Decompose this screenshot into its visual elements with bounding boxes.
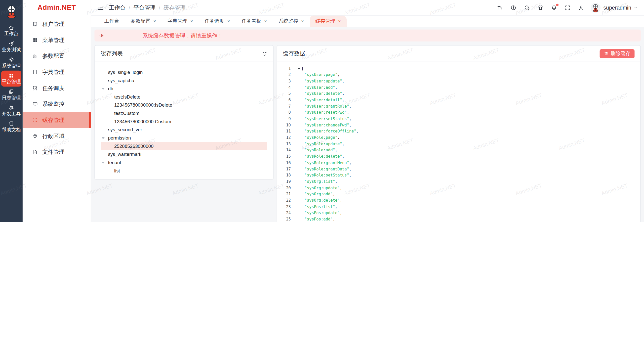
- json-string: "sysRole:update": [305, 142, 342, 146]
- line-number: 1: [277, 66, 291, 71]
- rail-item-notebook[interactable]: 帮助文档: [1, 119, 21, 135]
- rail-item-gear[interactable]: 系统管理: [1, 55, 21, 71]
- search-icon[interactable]: [524, 4, 530, 11]
- menu-fold-icon[interactable]: [97, 4, 104, 11]
- user-menu[interactable]: superadmin: [591, 3, 638, 13]
- tree-node[interactable]: db: [101, 84, 267, 93]
- json-comma: ,: [333, 192, 335, 196]
- close-icon[interactable]: ×: [264, 19, 267, 24]
- tree-node-label: 123456780000000:IsDelete: [114, 103, 172, 108]
- json-line: 7"sysUser:grantRole",: [277, 103, 640, 109]
- tab-任务看板[interactable]: 任务看板×: [236, 16, 273, 27]
- json-string: "sysOrg:list": [305, 179, 335, 184]
- sidebar-item-building[interactable]: 租户管理: [23, 16, 91, 32]
- alert-text: 系统缓存数据管理，请慎重操作！: [143, 32, 223, 39]
- avatar: [591, 3, 600, 13]
- tab-任务调度[interactable]: 任务调度×: [199, 16, 236, 27]
- json-string: "sysUser:resetPwd": [305, 110, 347, 115]
- json-string: "sysPos:update": [305, 210, 340, 215]
- rail-item-chip[interactable]: 开发工具: [1, 103, 21, 119]
- tree-node[interactable]: sys_captcha: [101, 76, 267, 85]
- chevron-down-icon: [633, 5, 638, 10]
- sidebar-item-dictionary[interactable]: 字典管理: [23, 64, 91, 80]
- tab-工作台[interactable]: 工作台: [99, 16, 125, 27]
- json-line: 17"sysRole:grantData",: [277, 166, 640, 172]
- rail-item-grid[interactable]: 平台管理: [1, 71, 21, 87]
- caret-slot[interactable]: [101, 88, 108, 90]
- tab-字典管理[interactable]: 字典管理×: [162, 16, 199, 27]
- close-icon[interactable]: ×: [190, 19, 193, 24]
- line-number: 7: [277, 104, 291, 108]
- notification-bell-icon[interactable]: [551, 4, 557, 11]
- sidebar-item-file[interactable]: 文件管理: [23, 144, 91, 160]
- tree-node[interactable]: tenant: [101, 158, 267, 167]
- caret-slot[interactable]: [101, 137, 108, 139]
- sidebar-item-monitor[interactable]: 系统监控: [23, 96, 91, 112]
- caret-slot[interactable]: [101, 161, 108, 163]
- json-line: 6"sysUser:detail",: [277, 97, 640, 103]
- tab-bar: 工作台参数配置×字典管理×任务调度×任务看板×系统监控×缓存管理×: [91, 16, 644, 27]
- json-line: 18"sysRole:setStatus",: [277, 172, 640, 178]
- tree-node[interactable]: test:Custom: [101, 109, 267, 117]
- user-icon[interactable]: [578, 4, 584, 11]
- close-icon[interactable]: ×: [338, 19, 341, 24]
- rail-item-label: 开发工具: [2, 111, 21, 116]
- sidebar-item-label: 字典管理: [42, 68, 64, 76]
- line-number: 3: [277, 79, 291, 83]
- close-icon[interactable]: ×: [153, 19, 156, 24]
- close-icon[interactable]: ×: [227, 19, 230, 24]
- sidebar-item-menu-grid[interactable]: 菜单管理: [23, 32, 91, 48]
- rail-item-copy-docs[interactable]: 日志管理: [1, 86, 21, 103]
- fullscreen-icon[interactable]: [564, 4, 571, 11]
- breadcrumb-item[interactable]: 平台管理: [133, 4, 155, 11]
- discover-icon[interactable]: [510, 4, 517, 11]
- theme-skin-icon[interactable]: [537, 4, 544, 11]
- tree-node[interactable]: 123456780000000:Custom: [101, 117, 267, 126]
- sidebar-item-loading[interactable]: 缓存管理: [23, 112, 91, 128]
- tree-node[interactable]: sys_second_ver: [101, 126, 267, 134]
- json-comma: ,: [342, 98, 344, 102]
- json-comma: ,: [340, 186, 342, 190]
- tab-label: 系统监控: [278, 18, 298, 25]
- collapse-caret-icon[interactable]: [298, 68, 300, 69]
- tree-node[interactable]: test:IsDelete: [101, 93, 267, 101]
- json-comma: ,: [342, 154, 344, 159]
- json-string: "sysUser:add": [305, 85, 335, 89]
- tree-node[interactable]: 123456780000000:IsDelete: [101, 101, 267, 109]
- tree-node[interactable]: list: [101, 167, 267, 175]
- tree-node[interactable]: sys_wartermark: [101, 150, 267, 159]
- json-comma: ,: [340, 210, 342, 215]
- tree-node[interactable]: permission: [101, 134, 267, 142]
- close-icon[interactable]: ×: [301, 19, 304, 24]
- notebook-icon: [8, 121, 14, 127]
- speaker-icon: [99, 32, 105, 38]
- delete-cache-button[interactable]: 删除缓存: [600, 49, 635, 58]
- sidebar-item-map-pin[interactable]: 行政区域: [23, 128, 91, 144]
- tab-缓存管理[interactable]: 缓存管理×: [310, 16, 347, 27]
- json-line: 24"sysPos:update",: [277, 210, 640, 216]
- json-viewer[interactable]: 1[2"sysUser:page",3"sysUser:update",4"sy…: [277, 62, 640, 222]
- refresh-icon[interactable]: [262, 51, 267, 57]
- rail-item-home[interactable]: 工作台: [1, 23, 21, 39]
- tree-node[interactable]: 252885263000000: [101, 142, 267, 150]
- font-size-icon[interactable]: [497, 4, 503, 11]
- line-number: 16: [277, 160, 291, 165]
- sidebar-item-alarm-clock[interactable]: 任务调度: [23, 80, 91, 96]
- cache-tree[interactable]: sys_single_loginsys_captchadbtest:IsDele…: [95, 62, 273, 175]
- breadcrumb-item[interactable]: 工作台: [109, 4, 126, 11]
- sidebar-item-params[interactable]: 参数配置: [23, 48, 91, 64]
- json-comma: ,: [349, 104, 351, 108]
- json-comma: ,: [340, 198, 342, 203]
- sidebar-item-label: 缓存管理: [42, 116, 64, 124]
- app-logo-mascot[interactable]: [0, 0, 23, 23]
- json-line: 25"sysPos:add",: [277, 216, 640, 222]
- json-string: "sysUser:forceOffline": [305, 129, 356, 133]
- line-number: 5: [277, 91, 291, 96]
- tree-node[interactable]: sys_single_login: [101, 68, 267, 76]
- json-string: "sysRole:page": [305, 135, 338, 140]
- tab-参数配置[interactable]: 参数配置×: [125, 16, 162, 27]
- sidebar-item-label: 菜单管理: [42, 36, 64, 43]
- tree-node-label: permission: [108, 135, 131, 141]
- rail-item-send[interactable]: 业务测试: [1, 38, 21, 55]
- tab-系统监控[interactable]: 系统监控×: [273, 16, 310, 27]
